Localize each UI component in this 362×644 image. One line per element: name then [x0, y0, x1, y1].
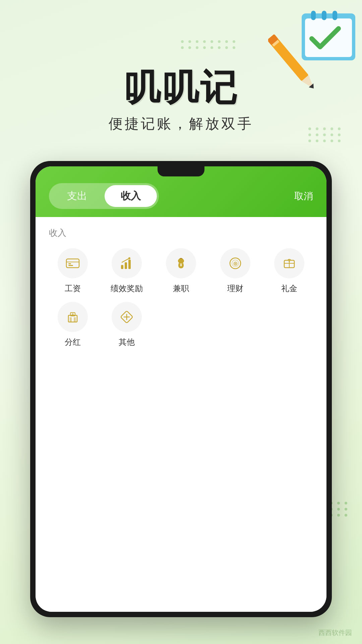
app-title-area: 叽叽记 便捷记账，解放双手 — [0, 67, 362, 133]
gift-label: 礼金 — [281, 283, 297, 294]
svg-rect-14 — [121, 265, 123, 269]
svg-text:¥: ¥ — [180, 263, 182, 267]
other-label: 其他 — [119, 337, 135, 347]
svg-rect-11 — [66, 261, 79, 263]
cancel-button[interactable]: 取消 — [294, 190, 313, 203]
performance-icon-bg — [112, 248, 142, 278]
watermark: 西西软件园 — [318, 628, 352, 637]
investment-label: 理财 — [227, 283, 243, 294]
svg-rect-12 — [68, 263, 71, 264]
svg-point-17 — [128, 257, 130, 259]
svg-rect-15 — [125, 262, 127, 269]
phone-mockup: 支出 收入 取消 收入 — [30, 161, 332, 617]
category-other[interactable]: 其他 — [103, 302, 151, 347]
decorative-dots-top — [181, 40, 237, 49]
svg-rect-29 — [70, 317, 72, 322]
tab-income[interactable]: 收入 — [105, 185, 157, 207]
parttime-label: 兼职 — [173, 283, 189, 294]
app-title: 叽叽记 — [0, 67, 362, 108]
svg-rect-2 — [311, 11, 316, 20]
dividend-icon-bg — [58, 302, 88, 332]
investment-icon-bg: ◎ — [220, 248, 250, 278]
svg-rect-13 — [68, 265, 73, 266]
phone-notch — [158, 166, 204, 176]
phone-screen: 支出 收入 取消 收入 — [36, 166, 326, 612]
dividend-label: 分红 — [65, 337, 81, 347]
svg-text:◎: ◎ — [233, 261, 238, 266]
category-dividend[interactable]: 分红 — [49, 302, 97, 347]
salary-icon-bg — [58, 248, 88, 278]
other-icon-bg — [112, 302, 142, 332]
category-grid-row1: 工资 绩效奖励 — [49, 248, 313, 294]
performance-label: 绩效奖励 — [111, 283, 143, 294]
screen-content: 收入 工资 — [36, 217, 326, 612]
tab-container: 支出 收入 — [49, 183, 159, 209]
gift-icon-bg: ¥ — [274, 248, 304, 278]
svg-text:¥: ¥ — [288, 259, 290, 263]
section-label: 收入 — [49, 227, 313, 239]
tab-expense[interactable]: 支出 — [51, 185, 103, 207]
category-salary[interactable]: 工资 — [49, 248, 97, 294]
svg-rect-4 — [333, 11, 337, 20]
app-subtitle: 便捷记账，解放双手 — [0, 114, 362, 133]
salary-label: 工资 — [65, 283, 81, 294]
svg-rect-30 — [74, 317, 76, 322]
category-performance[interactable]: 绩效奖励 — [103, 248, 151, 294]
parttime-icon-bg: ¥ — [166, 248, 196, 278]
category-parttime[interactable]: ¥ 兼职 — [157, 248, 205, 294]
svg-rect-16 — [128, 260, 131, 269]
svg-point-28 — [72, 313, 74, 315]
category-investment[interactable]: ◎ 理财 — [212, 248, 259, 294]
svg-rect-3 — [322, 11, 326, 20]
category-grid-row2: 分红 其他 — [49, 302, 313, 347]
category-gift[interactable]: ¥ 礼金 — [265, 248, 313, 294]
svg-rect-10 — [66, 259, 79, 268]
